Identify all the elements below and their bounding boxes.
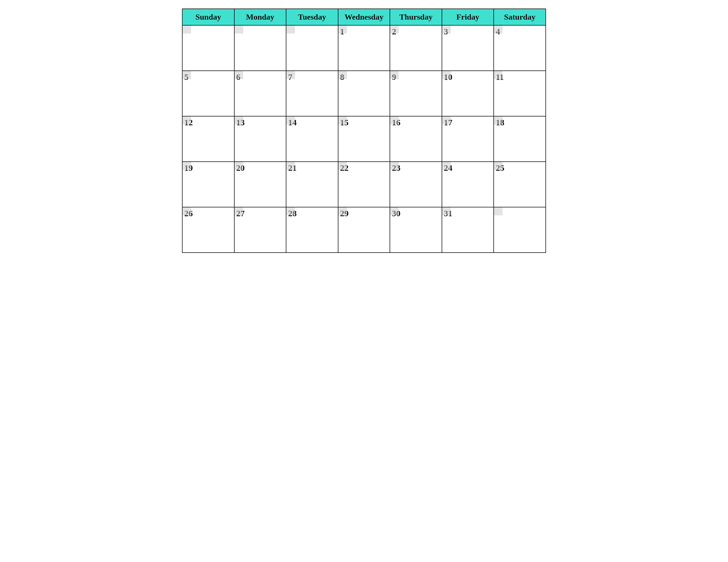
calendar-cell	[182, 25, 234, 71]
calendar-cell: 22	[338, 162, 390, 207]
day-number: 20	[236, 163, 245, 173]
day-number: 8	[340, 72, 344, 82]
calendar-cell: 29	[338, 207, 390, 253]
calendar-cell: 24	[442, 162, 494, 207]
day-number: 18	[496, 118, 504, 127]
day-number: 4	[496, 27, 500, 36]
day-header-saturday: Saturday	[494, 9, 546, 25]
calendar-cell: 12	[182, 116, 234, 162]
day-number: 7	[288, 72, 292, 82]
calendar-cell: 4	[494, 25, 546, 71]
day-number: 2	[392, 27, 396, 36]
calendar-cell: 2	[390, 25, 442, 71]
calendar-cell: 25	[494, 162, 546, 207]
week-row-5: 262728293031	[182, 207, 546, 253]
day-header-monday: Monday	[234, 9, 286, 25]
day-number: 19	[184, 163, 193, 173]
calendar-cell: 11	[494, 71, 546, 116]
calendar-cell: 5	[182, 71, 234, 116]
calendar-cell: 19	[182, 162, 234, 207]
calendar-cell: 14	[286, 116, 338, 162]
calendar-cell: 13	[234, 116, 286, 162]
calendar-cell: 30	[390, 207, 442, 253]
day-number: 6	[236, 72, 241, 82]
calendar-cell: 3	[442, 25, 494, 71]
day-number: 3	[444, 27, 448, 36]
day-number: 28	[288, 209, 297, 218]
day-number: 29	[340, 209, 349, 218]
day-number: 12	[184, 118, 193, 127]
calendar-cell: 26	[182, 207, 234, 253]
calendar-table: SundayMondayTuesdayWednesdayThursdayFrid…	[182, 9, 546, 253]
day-number: 10	[444, 72, 452, 82]
calendar-cell: 9	[390, 71, 442, 116]
day-number: 9	[392, 72, 396, 82]
week-row-4: 19202122232425	[182, 162, 546, 207]
calendar-cell	[234, 25, 286, 71]
calendar-cell: 20	[234, 162, 286, 207]
calendar-cell: 16	[390, 116, 442, 162]
calendar-cell: 31	[442, 207, 494, 253]
calendar-body: 1234567891011121314151617181920212223242…	[182, 25, 546, 253]
day-number: 21	[288, 163, 297, 173]
calendar-cell: 7	[286, 71, 338, 116]
calendar-cell: 1	[338, 25, 390, 71]
day-number: 1	[340, 27, 344, 36]
day-header-thursday: Thursday	[390, 9, 442, 25]
day-number: 17	[444, 118, 452, 127]
day-number: 23	[392, 163, 400, 173]
day-number: 11	[496, 72, 504, 82]
calendar-cell: 8	[338, 71, 390, 116]
day-number: 26	[184, 209, 193, 218]
day-number: 25	[496, 163, 504, 173]
calendar-cell: 21	[286, 162, 338, 207]
day-number: 30	[392, 209, 400, 218]
week-row-3: 12131415161718	[182, 116, 546, 162]
day-number: 24	[444, 163, 452, 173]
day-header-friday: Friday	[442, 9, 494, 25]
days-of-week-row: SundayMondayTuesdayWednesdayThursdayFrid…	[182, 9, 546, 25]
calendar-container: SundayMondayTuesdayWednesdayThursdayFrid…	[182, 6, 546, 253]
day-number: 14	[288, 118, 297, 127]
day-number: 27	[236, 209, 245, 218]
day-number: 22	[340, 163, 349, 173]
day-number: 5	[184, 72, 189, 82]
calendar-cell: 28	[286, 207, 338, 253]
week-row-2: 567891011	[182, 71, 546, 116]
day-number: 16	[392, 118, 400, 127]
calendar-cell: 17	[442, 116, 494, 162]
day-number: 15	[340, 118, 349, 127]
day-header-tuesday: Tuesday	[286, 9, 338, 25]
day-number: 31	[444, 209, 452, 218]
calendar-cell: 18	[494, 116, 546, 162]
calendar-cell: 15	[338, 116, 390, 162]
calendar-cell: 10	[442, 71, 494, 116]
calendar-cell: 27	[234, 207, 286, 253]
calendar-cell	[286, 25, 338, 71]
calendar-cell	[494, 207, 546, 253]
day-number: 13	[236, 118, 245, 127]
calendar-cell: 23	[390, 162, 442, 207]
week-row-1: 1234	[182, 25, 546, 71]
day-header-sunday: Sunday	[182, 9, 234, 25]
calendar-cell: 6	[234, 71, 286, 116]
day-header-wednesday: Wednesday	[338, 9, 390, 25]
